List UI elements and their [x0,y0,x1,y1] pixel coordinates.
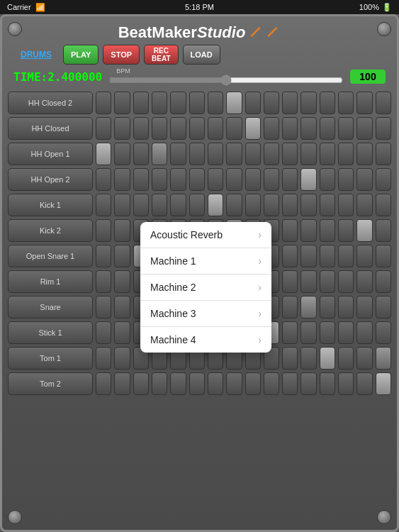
grid-cell-r9-c1[interactable] [114,321,130,344]
grid-cell-r6-c13[interactable] [338,245,354,267]
play-button[interactable]: PLAY [63,45,99,65]
grid-cell-r11-c9[interactable] [264,372,279,395]
grid-cell-r9-c13[interactable] [338,321,354,344]
rec-button[interactable]: RECBEAT [144,45,178,65]
grid-cell-r8-c12[interactable] [320,296,335,318]
grid-cell-r7-c1[interactable] [114,270,130,293]
grid-cell-r4-c15[interactable] [376,194,391,216]
grid-cell-r5-c13[interactable] [338,219,354,242]
grid-cell-r1-c6[interactable] [208,117,223,140]
row-label-5[interactable]: Kick 2 [8,219,93,242]
grid-cell-r1-c7[interactable] [226,117,242,140]
menu-item-4[interactable]: Machine 4› [140,327,271,353]
grid-cell-r6-c14[interactable] [356,245,372,267]
grid-cell-r8-c10[interactable] [282,296,298,318]
grid-cell-r9-c10[interactable] [282,321,298,344]
grid-cell-r10-c10[interactable] [282,347,298,370]
grid-cell-r5-c10[interactable] [282,219,298,242]
bpm-slider[interactable] [109,74,343,86]
grid-cell-r7-c13[interactable] [338,270,354,293]
grid-cell-r1-c10[interactable] [282,117,298,140]
stop-button[interactable]: STOP [103,45,140,65]
grid-cell-r8-c0[interactable] [96,296,111,318]
grid-cell-r3-c0[interactable] [96,168,111,191]
grid-cell-r1-c2[interactable] [133,117,149,140]
grid-cell-r5-c11[interactable] [300,219,316,242]
grid-cell-r11-c3[interactable] [152,372,167,395]
grid-cell-r1-c9[interactable] [264,117,279,140]
grid-cell-r4-c4[interactable] [170,194,186,216]
grid-cell-r2-c10[interactable] [282,143,298,165]
menu-item-2[interactable]: Machine 2› [140,275,271,301]
grid-cell-r11-c10[interactable] [282,372,298,395]
grid-cell-r9-c12[interactable] [320,321,335,344]
grid-cell-r4-c12[interactable] [320,194,335,216]
grid-cell-r10-c14[interactable] [356,347,372,370]
grid-cell-r11-c15[interactable] [376,372,391,395]
grid-cell-r4-c13[interactable] [338,194,354,216]
grid-cell-r9-c14[interactable] [356,321,372,344]
grid-cell-r2-c8[interactable] [245,143,261,165]
grid-cell-r7-c14[interactable] [356,270,372,293]
grid-cell-r2-c7[interactable] [226,143,242,165]
grid-cell-r4-c2[interactable] [133,194,149,216]
row-label-6[interactable]: Open Snare 1 [8,245,93,267]
grid-cell-r6-c15[interactable] [376,245,391,267]
grid-cell-r2-c13[interactable] [338,143,354,165]
grid-cell-r3-c12[interactable] [320,168,335,191]
grid-cell-r10-c11[interactable] [300,347,316,370]
grid-cell-r5-c15[interactable] [376,219,391,242]
grid-cell-r0-c1[interactable] [114,92,130,114]
grid-cell-r11-c8[interactable] [245,372,261,395]
grid-cell-r2-c12[interactable] [320,143,335,165]
grid-cell-r3-c15[interactable] [376,168,391,191]
menu-item-0[interactable]: Acoustic Reverb› [140,222,271,248]
grid-cell-r4-c7[interactable] [226,194,242,216]
grid-cell-r1-c3[interactable] [152,117,167,140]
grid-cell-r10-c13[interactable] [338,347,354,370]
grid-cell-r2-c3[interactable] [152,143,167,165]
grid-cell-r0-c14[interactable] [356,92,372,114]
grid-cell-r11-c2[interactable] [133,372,149,395]
grid-cell-r11-c4[interactable] [170,372,186,395]
grid-cell-r3-c6[interactable] [208,168,223,191]
grid-cell-r0-c11[interactable] [300,92,316,114]
grid-cell-r11-c5[interactable] [189,372,205,395]
menu-item-1[interactable]: Machine 1› [140,248,271,275]
grid-cell-r11-c12[interactable] [320,372,335,395]
grid-cell-r3-c9[interactable] [264,168,279,191]
grid-cell-r4-c9[interactable] [264,194,279,216]
grid-cell-r3-c13[interactable] [338,168,354,191]
grid-cell-r11-c6[interactable] [208,372,223,395]
row-label-3[interactable]: HH Open 2 [8,168,93,191]
grid-cell-r10-c1[interactable] [114,347,130,370]
row-label-2[interactable]: HH Open 1 [8,143,93,165]
grid-cell-r7-c15[interactable] [376,270,391,293]
grid-cell-r2-c5[interactable] [189,143,205,165]
grid-cell-r0-c12[interactable] [320,92,335,114]
grid-cell-r8-c11[interactable] [300,296,316,318]
grid-cell-r2-c15[interactable] [376,143,391,165]
grid-cell-r4-c3[interactable] [152,194,167,216]
grid-cell-r0-c6[interactable] [208,92,223,114]
grid-cell-r4-c11[interactable] [300,194,316,216]
grid-cell-r11-c1[interactable] [114,372,130,395]
grid-cell-r2-c4[interactable] [170,143,186,165]
grid-cell-r8-c1[interactable] [114,296,130,318]
grid-cell-r1-c8[interactable] [245,117,261,140]
grid-cell-r11-c7[interactable] [226,372,242,395]
grid-cell-r3-c5[interactable] [189,168,205,191]
grid-cell-r0-c4[interactable] [170,92,186,114]
grid-cell-r7-c0[interactable] [96,270,111,293]
grid-cell-r1-c11[interactable] [300,117,316,140]
grid-cell-r8-c14[interactable] [356,296,372,318]
grid-cell-r11-c0[interactable] [96,372,111,395]
grid-cell-r1-c14[interactable] [356,117,372,140]
grid-cell-r3-c10[interactable] [282,168,298,191]
grid-cell-r4-c6[interactable] [208,194,223,216]
grid-cell-r0-c13[interactable] [338,92,354,114]
grid-cell-r5-c1[interactable] [114,219,130,242]
row-label-8[interactable]: Snare [8,296,93,318]
grid-cell-r1-c5[interactable] [189,117,205,140]
grid-cell-r6-c10[interactable] [282,245,298,267]
